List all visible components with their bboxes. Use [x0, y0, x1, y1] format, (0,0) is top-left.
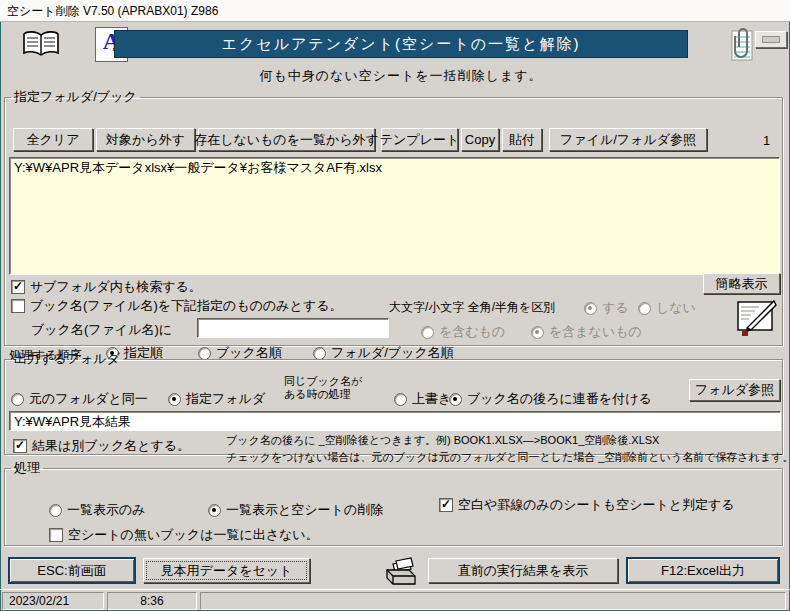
- append-seq-radio[interactable]: ブック名の後ろに連番を付ける: [449, 390, 652, 408]
- case-yes-label: する: [602, 299, 629, 317]
- blank-judge-box: [439, 498, 453, 512]
- clear-all-button[interactable]: 全クリア: [13, 128, 93, 151]
- contains-label: を含むもの: [439, 323, 505, 341]
- blank-judge-checkbox[interactable]: 空白や罫線のみのシートも空シートと判定する: [439, 496, 735, 514]
- list-delete-radio[interactable]: 一覧表示と空シートの削除: [208, 501, 383, 519]
- blank-judge-label: 空白や罫線のみのシートも空シートと判定する: [458, 496, 735, 514]
- rename-result-box: [13, 439, 27, 453]
- page-subtitle: 何も中身のない空シートを一括削除します。: [114, 67, 688, 85]
- status-date: 2023/02/21: [2, 592, 104, 610]
- output-path-input[interactable]: Y:¥W¥APR見本結果: [9, 411, 781, 431]
- rename-result-checkbox[interactable]: 結果は別ブック名とする。: [13, 437, 190, 455]
- status-bar: 2023/02/21 8:36: [0, 589, 790, 611]
- excel-output-button[interactable]: F12:Excel出力: [626, 557, 780, 584]
- book-name-input[interactable]: [197, 318, 389, 338]
- exclude-target-button[interactable]: 対象から外す: [96, 128, 195, 151]
- case-sensitivity-label: 大文字/小文字 全角/半角を区別: [389, 299, 555, 316]
- overwrite-dot: [394, 393, 407, 406]
- minimize-slot: [762, 36, 780, 43]
- book-icon[interactable]: [22, 30, 60, 62]
- process-group: 処理 一覧表示のみ 一覧表示と空シートの削除 空白や罫線のみのシートも空シートと…: [4, 459, 783, 546]
- list-delete-label: 一覧表示と空シートの削除: [226, 501, 383, 519]
- search-subfolders-box: [11, 280, 25, 294]
- hide-books-label: 空シートの無いブックは一覧に出さない。: [68, 526, 319, 544]
- simple-view-button[interactable]: 簡略表示: [703, 273, 780, 294]
- duplicate-name-label: 同じブック名が ある時の処理: [284, 375, 362, 401]
- contains-dot: [421, 326, 434, 339]
- case-no-label: しない: [656, 299, 696, 317]
- header-banner: エクセルアテンダント(空シートの一覧と解除): [114, 30, 688, 58]
- list-only-radio[interactable]: 一覧表示のみ: [49, 501, 146, 519]
- set-sample-data-button[interactable]: 見本用データをセット: [143, 558, 310, 583]
- case-yes-dot: [584, 302, 597, 315]
- folder-group: 指定フォルダ/ブック 全クリア 対象から外す 存在しないものを一覧から外す テン…: [4, 88, 783, 346]
- folder-group-legend: 指定フォルダ/ブック: [11, 88, 140, 106]
- title-bar: 空シート削除 V7.50 (APRABX01) Z986: [0, 0, 790, 22]
- overwrite-label: 上書き: [412, 390, 451, 408]
- specified-folder-radio[interactable]: 指定フォルダ: [168, 390, 265, 408]
- not-contains-label: を含まないもの: [549, 323, 642, 341]
- remove-missing-button[interactable]: 存在しないものを一覧から外す: [198, 128, 375, 151]
- name-filter-checkbox[interactable]: ブック名(ファイル名)を下記指定のもののみとする。: [11, 297, 343, 315]
- case-no-radio: しない: [638, 299, 696, 317]
- search-subfolders-label: サブフォルダ内も検索する。: [30, 278, 202, 296]
- not-contains-radio: を含まないもの: [531, 323, 642, 341]
- same-folder-label: 元のフォルダと同一: [29, 390, 148, 408]
- esc-back-button[interactable]: ESC:前画面: [8, 557, 136, 584]
- case-yes-radio: する: [584, 299, 629, 317]
- search-subfolders-checkbox[interactable]: サブフォルダ内も検索する。: [11, 278, 202, 296]
- case-no-dot: [638, 302, 651, 315]
- clipboard-icon[interactable]: [727, 27, 755, 67]
- list-delete-dot: [208, 504, 221, 517]
- name-filter-box: [11, 299, 25, 313]
- same-folder-radio[interactable]: 元のフォルダと同一: [11, 390, 148, 408]
- specified-folder-dot: [168, 393, 181, 406]
- file-folder-browse-button[interactable]: ファイル/フォルダ参照: [549, 128, 707, 151]
- specified-folder-label: 指定フォルダ: [186, 390, 265, 408]
- rename-result-label: 結果は別ブック名とする。: [32, 437, 190, 455]
- same-folder-dot: [11, 393, 24, 406]
- folder-browse-button[interactable]: フォルダ参照: [689, 379, 780, 401]
- output-group: 出力するフォルダ 元のフォルダと同一 指定フォルダ 同じブック名が ある時の処理…: [4, 350, 783, 455]
- paste-button[interactable]: 貼付: [502, 128, 542, 151]
- append-seq-dot: [449, 393, 462, 406]
- drawer-icon[interactable]: [383, 555, 419, 590]
- hide-books-checkbox[interactable]: 空シートの無いブックは一覧に出さない。: [49, 526, 319, 544]
- hide-books-box: [49, 528, 63, 542]
- status-message: [200, 592, 786, 610]
- rename-note-line1: ブック名の後ろに _空削除後とつきます。例) BOOK1.XLSX—>BOOK1…: [226, 433, 659, 448]
- list-only-label: 一覧表示のみ: [67, 501, 146, 519]
- app-window: 空シート削除 V7.50 (APRABX01) Z986 A Pro エクセルア…: [0, 0, 790, 611]
- append-seq-label: ブック名の後ろに連番を付ける: [467, 390, 652, 408]
- list-only-dot: [49, 504, 62, 517]
- file-list[interactable]: Y:¥W¥APR見本データxlsx¥一般データ¥お客様マスタAF有.xlsx: [9, 157, 780, 275]
- output-group-legend: 出力するフォルダ: [11, 350, 123, 368]
- template-button[interactable]: テンプレート: [381, 128, 458, 151]
- window-title: 空シート削除 V7.50 (APRABX01) Z986: [7, 4, 218, 18]
- file-count-label: 1: [763, 133, 770, 148]
- status-time: 8:36: [107, 592, 197, 610]
- name-input-label: ブック名(ファイル名)に: [31, 321, 172, 339]
- copy-button[interactable]: Copy: [461, 128, 499, 151]
- name-filter-label: ブック名(ファイル名)を下記指定のもののみとする。: [30, 297, 343, 315]
- show-last-result-button[interactable]: 直前の実行結果を表示: [428, 558, 618, 583]
- not-contains-dot: [531, 326, 544, 339]
- minimize-icon[interactable]: [755, 31, 787, 48]
- process-group-legend: 処理: [11, 459, 43, 477]
- contains-radio: を含むもの: [421, 323, 505, 341]
- overwrite-radio[interactable]: 上書き: [394, 390, 451, 408]
- memo-pen-icon[interactable]: [735, 299, 779, 341]
